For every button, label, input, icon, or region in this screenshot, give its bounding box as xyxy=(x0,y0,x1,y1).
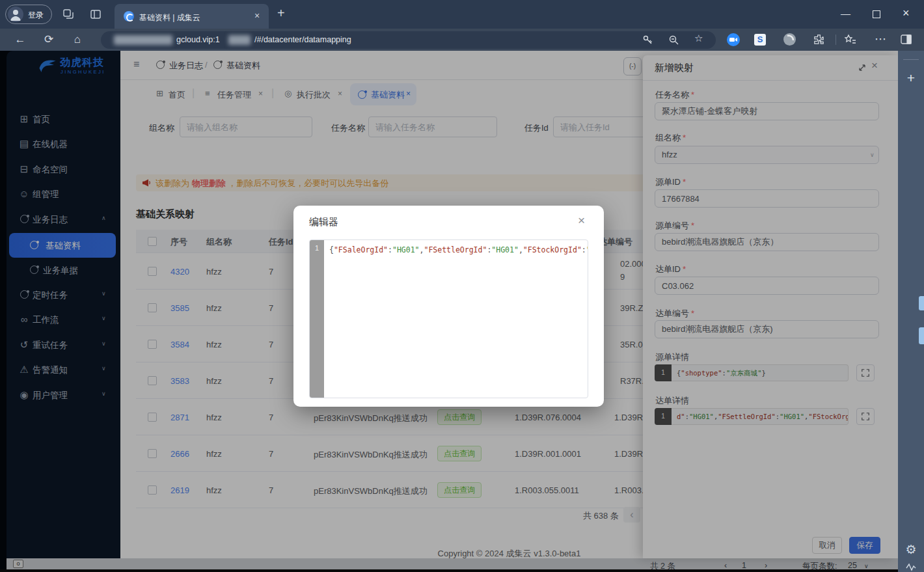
gear-icon[interactable]: ⚙ xyxy=(898,542,924,557)
workspaces-icon[interactable] xyxy=(62,8,74,20)
edge-sidebar-strip: + ⚙ xyxy=(898,51,924,572)
browser-tab-active[interactable]: 基础资料 | 成集云 × xyxy=(115,4,269,29)
json-code-editor[interactable]: 1 {"FSaleOrgId":"HG01","FSettleOrgId":"H… xyxy=(309,239,588,398)
browser-window: 登录 基础资料 | 成集云 × + — × ← ⟳ ⌂ gcloud.vip:1… xyxy=(0,0,924,572)
home-icon[interactable]: ⌂ xyxy=(69,29,86,51)
sidebar-toggle-icon[interactable] xyxy=(900,34,912,46)
url-redacted-block xyxy=(114,35,172,45)
window-close-button[interactable]: × xyxy=(903,7,910,20)
edge-add-icon[interactable]: + xyxy=(898,70,924,86)
url-host: gcloud.vip:1 xyxy=(176,35,220,44)
edge-page-marker[interactable] xyxy=(919,296,924,310)
editor-gutter: 1 xyxy=(310,240,324,398)
modal-close-icon[interactable]: × xyxy=(578,213,585,228)
editor-code-line: {"FSaleOrgId":"HG01","FSettleOrgId":"HG0… xyxy=(329,245,588,254)
editor-modal: 编辑器 × 1 {"FSaleOrgId":"HG01","FSettleOrg… xyxy=(293,206,604,407)
url-path: /#/datacenter/datamapping xyxy=(254,35,351,44)
zoom-extension-icon[interactable] xyxy=(727,33,740,46)
browser-toolbar: ← ⟳ ⌂ gcloud.vip:1 /#/datacenter/datamap… xyxy=(0,29,924,51)
refresh-icon[interactable]: ⟳ xyxy=(40,29,57,51)
avatar xyxy=(8,7,23,22)
coin-extension-icon[interactable] xyxy=(783,33,796,46)
bookmark-star-icon[interactable]: ☆ xyxy=(694,33,703,44)
collections-icon[interactable] xyxy=(844,33,857,46)
url-redacted-block xyxy=(228,35,251,45)
extensions-puzzle-icon[interactable] xyxy=(813,33,825,46)
new-tab-button[interactable]: + xyxy=(277,6,285,21)
browser-titlebar: 登录 基础资料 | 成集云 × + — × xyxy=(0,0,924,29)
screen-edge-bar xyxy=(0,569,898,572)
tab-close-icon[interactable]: × xyxy=(254,10,260,21)
more-options-icon[interactable]: ⋯ xyxy=(872,29,889,49)
zoom-out-icon[interactable] xyxy=(668,34,679,46)
back-icon[interactable]: ← xyxy=(12,29,29,51)
activity-wave-icon[interactable] xyxy=(906,562,916,571)
login-label: 登录 xyxy=(28,10,44,21)
window-maximize-button[interactable] xyxy=(873,10,880,18)
window-minimize-button[interactable]: — xyxy=(841,8,850,19)
site-favicon xyxy=(124,11,134,21)
address-bar[interactable]: gcloud.vip:1 /#/datacenter/datamapping ☆ xyxy=(101,31,716,49)
line-number: 1 xyxy=(310,244,324,252)
edge-page-marker[interactable] xyxy=(919,327,924,344)
tab-title: 基础资料 | 成集云 xyxy=(139,12,243,23)
toolbar-divider xyxy=(836,34,836,45)
s-extension-icon[interactable]: S xyxy=(754,34,766,46)
password-key-icon[interactable] xyxy=(642,34,653,46)
edge-divider xyxy=(903,59,919,60)
modal-title: 编辑器 xyxy=(309,216,338,228)
vertical-tabs-icon[interactable] xyxy=(90,8,102,20)
browser-profile-button[interactable]: 登录 xyxy=(5,5,52,24)
